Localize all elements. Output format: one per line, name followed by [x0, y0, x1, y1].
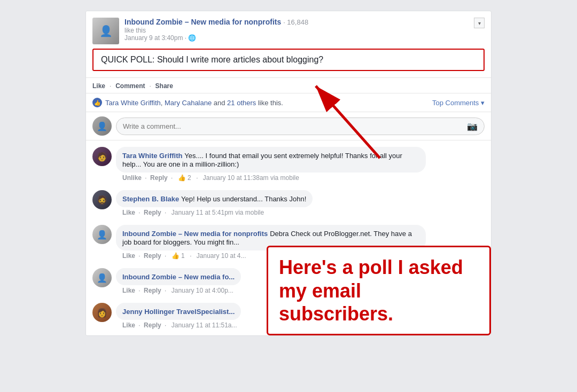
facebook-post: 👤 Inbound Zombie – New media for nonprof…	[85, 11, 492, 336]
jenny-like[interactable]: Like	[122, 322, 135, 329]
annotation-line2: my email subscribers.	[279, 279, 479, 325]
post-like-subtext: like this	[124, 27, 485, 34]
jenny-reply[interactable]: Reply	[144, 322, 161, 329]
share-action[interactable]: Share	[155, 82, 173, 90]
stephen-comment-content: Stephen B. Blake Yep! Help us understand…	[116, 190, 485, 216]
like-action[interactable]: Like	[92, 82, 105, 90]
likers-others[interactable]: 21 others	[227, 99, 256, 107]
tara-author[interactable]: Tara White Griffith	[122, 152, 182, 160]
camera-icon: 📷	[467, 121, 478, 131]
likes-bar: 👍 Tara White Griffith, Mary Cahalane and…	[86, 93, 491, 112]
post-dropdown-button[interactable]: ▾	[474, 18, 485, 28]
annotation-line1: Here's a poll I asked	[279, 256, 479, 279]
page-name[interactable]: Inbound Zombie – New media for nonprofit…	[124, 18, 281, 26]
avatar-face-icon: 👤	[92, 18, 119, 44]
comment-item: 🧔 Stephen B. Blake Yep! Help us understa…	[92, 186, 485, 221]
stephen-reply[interactable]: Reply	[144, 209, 161, 216]
tara-comment-bubble: Tara White Griffith Yes.... I found that…	[116, 147, 426, 173]
jenny-timestamp: January 11 at 11:51a...	[171, 322, 237, 329]
inbound-reply-2[interactable]: Reply	[144, 287, 161, 294]
jenny-author[interactable]: Jenny Hollinger TravelSpecialist...	[122, 308, 235, 316]
stephen-meta: Like · Reply · January 11 at 5:41pm via …	[116, 209, 485, 216]
like-thumb-icon: 👍	[92, 98, 102, 107]
inbound-reply-1[interactable]: Reply	[144, 252, 161, 260]
inbound-avatar-2: 👤	[92, 268, 112, 287]
separator-2: ·	[149, 82, 151, 90]
top-comments-button[interactable]: Top Comments ▾	[432, 99, 485, 107]
page-avatar: 👤	[92, 18, 119, 44]
tara-meta: Unlike · Reply · 👍 2 · January 10 at 11:…	[116, 174, 485, 182]
commenter-avatar-icon: 👤	[92, 116, 112, 136]
inbound-timestamp-1: January 10 at 4...	[197, 252, 246, 260]
post-header-info: Inbound Zombie – New media for nonprofit…	[124, 18, 485, 42]
comment-input-wrapper[interactable]: 📷	[116, 117, 485, 135]
inbound-author-1[interactable]: Inbound Zombie – New media for nonprofit…	[122, 230, 268, 238]
tara-avatar: 🧑	[92, 147, 112, 166]
stephen-avatar: 🧔	[92, 190, 112, 209]
inbound-comment-2-bubble: Inbound Zombie – New media fo...	[116, 268, 241, 285]
inbound-likes-1: 👍 1	[171, 252, 185, 260]
stephen-author[interactable]: Stephen B. Blake	[122, 195, 179, 203]
tara-unlike[interactable]: Unlike	[122, 174, 142, 182]
post-timestamp: January 9 at 3:40pm · 🌐	[124, 34, 485, 42]
inbound-avatar-2-icon: 👤	[92, 268, 112, 287]
jenny-avatar: 👩	[92, 303, 112, 322]
inbound-avatar-1-icon: 👤	[92, 225, 112, 244]
stephen-avatar-icon: 🧔	[92, 190, 112, 209]
tara-reply[interactable]: Reply	[150, 174, 168, 182]
jenny-avatar-icon: 👩	[92, 303, 112, 322]
poll-question: QUICK POLL: Should I write more articles…	[92, 49, 485, 71]
stephen-comment-bubble: Stephen B. Blake Yep! Help us understand…	[116, 190, 313, 207]
inbound-like-1[interactable]: Like	[122, 252, 135, 260]
post-header: 👤 Inbound Zombie – New media for nonprof…	[86, 11, 491, 49]
commenter-avatar: 👤	[92, 116, 112, 136]
inbound-avatar-1: 👤	[92, 225, 112, 244]
comment-item: 🧑 Tara White Griffith Yes.... I found th…	[92, 143, 485, 186]
likes-left: 👍 Tara White Griffith, Mary Cahalane and…	[92, 98, 283, 107]
timestamp-text: January 9 at 3:40pm	[124, 34, 183, 42]
tara-likes-icon: 👍 2	[178, 174, 191, 182]
annotation-text-box: Here's a poll I asked my email subscribe…	[267, 246, 491, 335]
likes-names: Tara White Griffith, Mary Cahalane and 2…	[105, 99, 283, 107]
liker-tara[interactable]: Tara White Griffith	[105, 99, 161, 107]
tara-comment-content: Tara White Griffith Yes.... I found that…	[116, 147, 485, 182]
stephen-timestamp: January 11 at 5:41pm via mobile	[171, 209, 264, 216]
separator-1: ·	[110, 82, 111, 90]
comment-input-row: 👤 📷	[86, 112, 491, 140]
inbound-like-2[interactable]: Like	[122, 287, 135, 294]
likes-suffix: like this.	[258, 99, 283, 107]
inbound-timestamp-2: January 10 at 4:00p...	[171, 287, 233, 294]
inbound-author-2[interactable]: Inbound Zombie – New media fo...	[122, 273, 235, 281]
page-likes: · 16,848	[283, 18, 308, 26]
post-actions: Like · Comment · Share	[86, 77, 491, 93]
comment-input[interactable]	[123, 122, 467, 130]
stephen-like[interactable]: Like	[122, 209, 135, 216]
jenny-comment-bubble: Jenny Hollinger TravelSpecialist...	[116, 303, 241, 320]
liker-mary[interactable]: Mary Cahalane	[165, 99, 212, 107]
globe-icon: · 🌐	[185, 34, 197, 42]
tara-avatar-icon: 🧑	[92, 147, 112, 166]
comment-action[interactable]: Comment	[115, 82, 145, 90]
tara-timestamp: January 10 at 11:38am via mobile	[203, 174, 299, 182]
stephen-text: Yep! Help us understand... Thanks John!	[181, 195, 306, 203]
